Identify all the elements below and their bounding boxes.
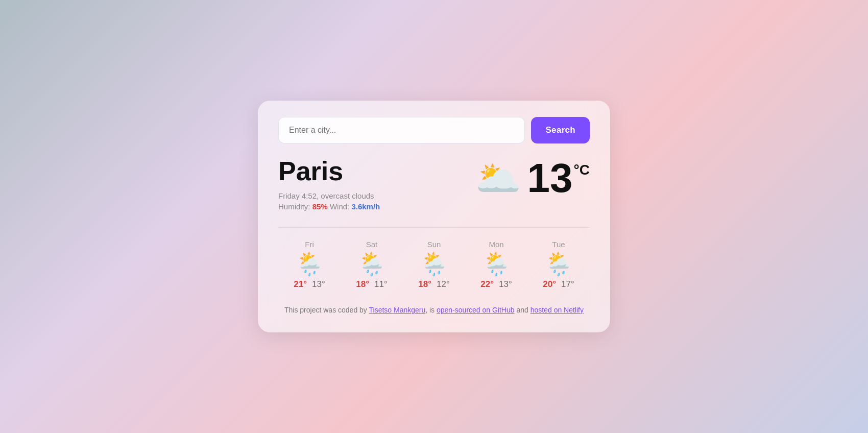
day-label-sat: Sat xyxy=(366,240,378,249)
netlify-link[interactable]: hosted on Netlify xyxy=(531,306,584,314)
city-name: Paris xyxy=(278,158,380,184)
temp-high-sat: 18° xyxy=(356,279,369,290)
forecast-day-mon: Mon 🌦️ 22° 13° xyxy=(465,240,527,290)
day-label-fri: Fri xyxy=(305,240,314,249)
day-label-sun: Sun xyxy=(427,240,441,249)
forecast-temps-sun: 18° 12° xyxy=(418,279,449,290)
temp-low-sun: 12° xyxy=(437,279,450,290)
footer: This project was coded by Tisetso Mankge… xyxy=(278,306,590,314)
forecast-icon-fri: 🌦️ xyxy=(296,253,324,275)
humidity-wind-info: Humidity: 85% Wind: 3.6km/h xyxy=(278,202,380,211)
temp-high-sun: 18° xyxy=(418,279,431,290)
day-label-mon: Mon xyxy=(489,240,503,249)
temperature-display: 13°C xyxy=(527,158,590,199)
day-label-tue: Tue xyxy=(552,240,565,249)
forecast-day-fri: Fri 🌦️ 21° 13° xyxy=(278,240,341,290)
temp-unit: °C xyxy=(574,163,590,177)
weather-card: Search Paris Friday 4:52, overcast cloud… xyxy=(258,101,610,332)
forecast-icon-sat: 🌦️ xyxy=(358,253,386,275)
forecast-temps-tue: 20° 17° xyxy=(543,279,574,290)
forecast-temps-sat: 18° 11° xyxy=(356,279,387,290)
forecast-row: Fri 🌦️ 21° 13° Sat 🌦️ 18° 11° Sun 🌦️ 18°… xyxy=(278,240,590,290)
footer-text-between: , is xyxy=(425,306,437,314)
temperature-icon-area: 🌥️ 13°C xyxy=(475,158,590,199)
humidity-label: Humidity: xyxy=(278,202,310,211)
temp-low-tue: 17° xyxy=(561,279,574,290)
search-row: Search xyxy=(278,117,590,143)
section-divider xyxy=(278,227,590,228)
datetime-description: Friday 4:52, overcast clouds xyxy=(278,191,380,200)
search-button[interactable]: Search xyxy=(531,117,590,143)
city-search-input[interactable] xyxy=(278,117,525,143)
wind-value: 3.6km/h xyxy=(351,202,380,211)
temp-high-mon: 22° xyxy=(480,279,494,290)
humidity-value: 85% xyxy=(312,202,328,211)
temp-value: 13 xyxy=(527,158,573,199)
wind-label: Wind: xyxy=(330,202,352,211)
forecast-temps-fri: 21° 13° xyxy=(294,279,325,290)
temp-low-fri: 13° xyxy=(312,279,325,290)
github-link[interactable]: open-sourced on GitHub xyxy=(437,306,515,314)
temp-high-tue: 20° xyxy=(543,279,556,290)
temp-low-mon: 13° xyxy=(499,279,512,290)
forecast-temps-mon: 22° 13° xyxy=(480,279,512,290)
forecast-day-sun: Sun 🌦️ 18° 12° xyxy=(403,240,465,290)
forecast-day-tue: Tue 🌦️ 20° 17° xyxy=(527,240,590,290)
forecast-day-sat: Sat 🌦️ 18° 11° xyxy=(341,240,403,290)
forecast-icon-mon: 🌦️ xyxy=(483,253,511,275)
temp-high-fri: 21° xyxy=(294,279,307,290)
temp-low-sat: 11° xyxy=(374,279,388,290)
forecast-icon-sun: 🌦️ xyxy=(420,253,448,275)
current-weather-section: Paris Friday 4:52, overcast clouds Humid… xyxy=(278,158,590,211)
forecast-icon-tue: 🌦️ xyxy=(545,253,573,275)
author-link[interactable]: Tisetso Mankgeru xyxy=(369,306,425,314)
footer-text-before: This project was coded by xyxy=(284,306,369,314)
footer-text-between2: and xyxy=(515,306,531,314)
weather-icon: 🌥️ xyxy=(475,160,521,197)
city-info: Paris Friday 4:52, overcast clouds Humid… xyxy=(278,158,380,211)
